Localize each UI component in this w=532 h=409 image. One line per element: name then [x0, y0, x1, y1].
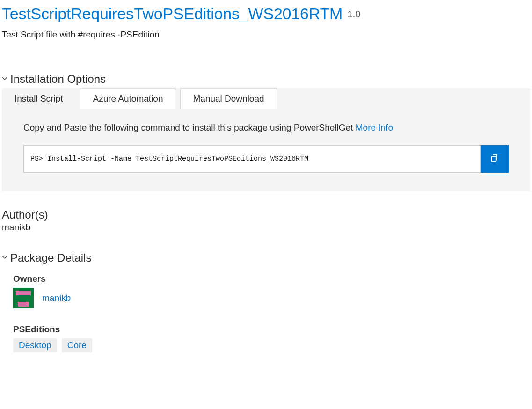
owners-label: Owners [13, 274, 530, 284]
psedition-tag-core[interactable]: Core [62, 338, 92, 352]
package-title-link[interactable]: TestScriptRequiresTwoPSEditions_WS2016RT… [2, 5, 343, 22]
installation-options-toggle[interactable]: Installation Options [2, 73, 530, 86]
package-version: 1.0 [348, 9, 361, 19]
owner-avatar[interactable] [13, 288, 34, 308]
pseditions-label: PSEditions [13, 324, 530, 335]
owner-link[interactable]: manikb [42, 293, 71, 303]
installation-options-heading: Installation Options [10, 73, 106, 86]
more-info-link[interactable]: More Info [356, 123, 393, 132]
copy-command-button[interactable] [481, 145, 509, 173]
tab-install-script[interactable]: Install Script [2, 88, 75, 109]
copy-icon [489, 153, 500, 165]
install-instruction: Copy and Paste the following command to … [23, 123, 509, 133]
authors-heading: Author(s) [2, 208, 530, 221]
install-instruction-text: Copy and Paste the following command to … [23, 123, 356, 132]
package-details-toggle[interactable]: Package Details [2, 251, 530, 264]
tab-manual-download[interactable]: Manual Download [180, 88, 277, 109]
authors-value: manikb [2, 222, 530, 233]
psedition-tag-desktop[interactable]: Desktop [13, 338, 57, 352]
installation-panel: Install Script Azure Automation Manual D… [2, 88, 530, 191]
package-details-heading: Package Details [10, 251, 91, 264]
package-description: Test Script file with #requires -PSEditi… [2, 29, 530, 40]
install-command[interactable]: PS> Install-Script -Name TestScriptRequi… [23, 145, 481, 173]
tab-azure-automation[interactable]: Azure Automation [80, 88, 175, 109]
chevron-down-icon [2, 254, 10, 262]
chevron-down-icon [2, 75, 10, 83]
